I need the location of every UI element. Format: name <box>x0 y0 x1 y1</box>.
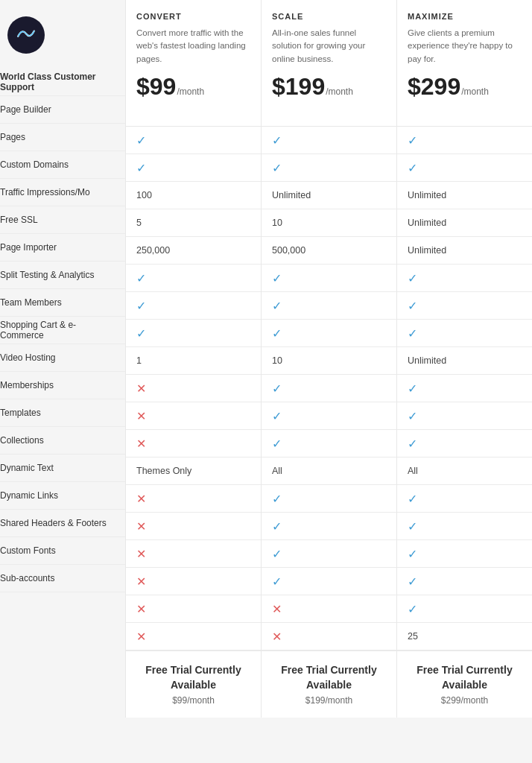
sidebar-feature-18: Sub-accounts <box>0 565 125 592</box>
check-icon: ✓ <box>136 299 146 313</box>
feature-cell-scale-16: ✓ <box>262 568 396 595</box>
check-icon: ✓ <box>408 326 417 341</box>
x-icon: ✕ <box>136 437 146 451</box>
check-icon: ✓ <box>272 161 282 175</box>
feature-cell-scale-10: ✓ <box>262 402 396 430</box>
feature-cell-convert-4: 250,000 <box>126 237 261 265</box>
x-icon: ✕ <box>136 409 146 423</box>
check-icon: ✓ <box>408 574 417 589</box>
feature-value-convert-3: 5 <box>136 218 142 228</box>
plan-name-scale: SCALE <box>272 12 386 21</box>
price-amount-maximize: $299 <box>408 73 460 101</box>
sidebar-feature-17: Custom Fonts <box>0 537 125 565</box>
feature-label-12: Templates <box>0 408 41 418</box>
feature-value-maximize-12: All <box>408 466 418 476</box>
plan-footer-scale[interactable]: Free Trial Currently Available$199/month <box>262 650 396 718</box>
check-icon: ✓ <box>408 271 417 285</box>
feature-cell-maximize-6: ✓ <box>397 292 532 320</box>
feature-cell-scale-7: ✓ <box>262 320 396 347</box>
sidebar-feature-0: World Class Customer Support <box>0 69 125 96</box>
sidebar-feature-3: Custom Domains <box>0 151 125 179</box>
plan-name-convert: CONVERT <box>136 12 250 21</box>
sidebar-feature-1: Page Builder <box>0 96 125 124</box>
sidebar-feature-11: Memberships <box>0 372 125 399</box>
sidebar-feature-14: Dynamic Text <box>0 455 125 482</box>
feature-cell-convert-8: 1 <box>126 347 261 375</box>
feature-cell-maximize-14: ✓ <box>397 513 532 540</box>
feature-cell-convert-10: ✕ <box>126 402 261 430</box>
sidebar-feature-16: Shared Headers & Footers <box>0 510 125 537</box>
feature-cell-scale-3: 10 <box>262 209 396 237</box>
sidebar-feature-8: Team Members <box>0 289 125 317</box>
check-icon: ✓ <box>408 437 417 451</box>
feature-cell-maximize-3: Unlimited <box>397 209 532 237</box>
check-icon: ✓ <box>408 409 417 423</box>
check-icon: ✓ <box>136 271 146 285</box>
feature-rows-maximize: ✓✓UnlimitedUnlimitedUnlimited✓✓✓Unlimite… <box>397 127 532 650</box>
check-icon: ✓ <box>408 547 417 561</box>
feature-cell-convert-17: ✕ <box>126 595 261 623</box>
feature-cell-maximize-5: ✓ <box>397 265 532 292</box>
x-icon: ✕ <box>272 630 282 644</box>
feature-cell-maximize-10: ✓ <box>397 402 532 430</box>
feature-cell-maximize-2: Unlimited <box>397 182 532 209</box>
feature-label-10: Video Hosting <box>0 352 56 363</box>
plan-footer-convert[interactable]: Free Trial Currently Available$99/month <box>126 650 261 718</box>
pricing-page: World Class Customer SupportPage Builder… <box>0 0 532 718</box>
price-period-convert: /month <box>177 86 204 97</box>
feature-cell-maximize-9: ✓ <box>397 375 532 402</box>
x-icon: ✕ <box>136 519 146 534</box>
feature-label-3: Custom Domains <box>0 159 69 170</box>
feature-cell-scale-15: ✓ <box>262 540 396 568</box>
feature-label-14: Dynamic Text <box>0 463 54 473</box>
feature-label-15: Dynamic Links <box>0 490 58 501</box>
feature-cell-maximize-7: ✓ <box>397 320 532 347</box>
check-icon: ✓ <box>136 161 146 175</box>
sidebar-feature-9: Shopping Cart & e-Commerce <box>0 317 125 344</box>
x-icon: ✕ <box>272 602 282 616</box>
check-icon: ✓ <box>408 519 417 534</box>
footer-price-scale: $199/month <box>272 695 386 706</box>
feature-value-maximize-18: 25 <box>408 631 418 642</box>
x-icon: ✕ <box>136 547 146 561</box>
plan-name-maximize: MAXIMIZE <box>408 12 522 21</box>
feature-value-convert-4: 250,000 <box>136 245 170 256</box>
feature-cell-maximize-8: Unlimited <box>397 347 532 375</box>
feature-value-scale-3: 10 <box>272 218 282 228</box>
feature-value-convert-12: Themes Only <box>136 466 191 476</box>
x-icon: ✕ <box>136 602 146 616</box>
plan-price-scale: $199/month <box>272 73 386 101</box>
footer-price-convert: $99/month <box>136 695 250 706</box>
feature-cell-maximize-4: Unlimited <box>397 237 532 265</box>
plan-desc-maximize: Give clients a premium experience they'r… <box>408 27 522 66</box>
feature-label-1: Page Builder <box>0 104 51 115</box>
x-icon: ✕ <box>136 382 146 396</box>
feature-label-5: Free SSL <box>0 215 38 225</box>
plan-desc-scale: All-in-one sales funnel solution for gro… <box>272 27 386 66</box>
price-amount-scale: $199 <box>272 73 325 101</box>
feature-label-11: Memberships <box>0 380 54 390</box>
feature-value-convert-2: 100 <box>136 190 152 200</box>
check-icon: ✓ <box>408 299 417 313</box>
x-icon: ✕ <box>136 630 146 644</box>
plans-area: CONVERTConvert more traffic with the web… <box>125 0 532 718</box>
plan-header-convert: CONVERTConvert more traffic with the web… <box>126 0 261 127</box>
sidebar-feature-2: Pages <box>0 124 125 151</box>
feature-label-17: Custom Fonts <box>0 545 56 556</box>
sidebar-feature-6: Page Importer <box>0 234 125 262</box>
check-icon: ✓ <box>272 409 282 423</box>
feature-cell-maximize-17: ✓ <box>397 595 532 623</box>
feature-cell-convert-18: ✕ <box>126 623 261 650</box>
feature-cell-scale-17: ✕ <box>262 595 396 623</box>
plan-footer-maximize[interactable]: Free Trial Currently Available$299/month <box>397 650 532 718</box>
feature-rows-convert: ✓✓1005250,000✓✓✓1✕✕✕Themes Only✕✕✕✕✕✕ <box>126 127 261 650</box>
feature-cell-scale-0: ✓ <box>262 127 396 154</box>
feature-cell-maximize-1: ✓ <box>397 154 532 182</box>
check-icon: ✓ <box>408 492 417 506</box>
feature-cell-scale-5: ✓ <box>262 265 396 292</box>
feature-cell-maximize-12: All <box>397 458 532 485</box>
feature-cell-convert-14: ✕ <box>126 513 261 540</box>
feature-value-scale-8: 10 <box>272 355 282 366</box>
plan-header-maximize: MAXIMIZEGive clients a premium experienc… <box>397 0 532 127</box>
check-icon: ✓ <box>408 161 417 175</box>
